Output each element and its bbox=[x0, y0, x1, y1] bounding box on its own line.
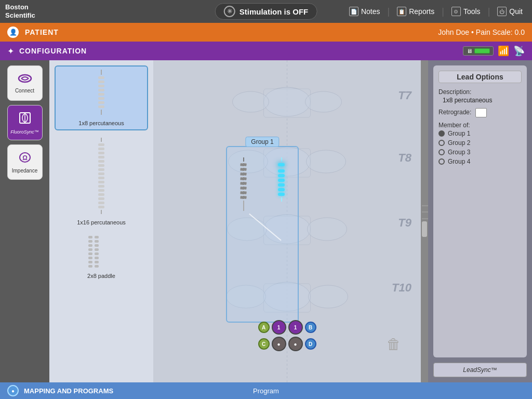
lead-visual-1x8 bbox=[94, 70, 109, 115]
lead-item-2x8paddle[interactable]: 2x8 paddle bbox=[55, 233, 148, 282]
group3-radio-row[interactable]: Group 3 bbox=[438, 149, 522, 156]
patient-info: John Doe • Pain Scale: 0.0 bbox=[438, 28, 525, 36]
svg-point-18 bbox=[308, 218, 347, 241]
signal-icon: 📶 bbox=[498, 45, 509, 57]
left-sidebar: Connect FluoroSync™ Ω Impedance bbox=[0, 60, 49, 382]
group1-radio[interactable] bbox=[438, 130, 445, 137]
vert-t8: T8 bbox=[398, 151, 411, 165]
stimulation-text: Stimulation is OFF bbox=[240, 7, 309, 16]
right-panel: Lead Options Description: 1x8 percutaneo… bbox=[428, 60, 532, 382]
member-of-label: Member of: bbox=[438, 122, 522, 129]
member-of-row: Member of: Group 1 Group 2 Group 3 Group… bbox=[438, 122, 522, 165]
description-row: Description: 1x8 percutaneous bbox=[438, 88, 522, 104]
svg-rect-8 bbox=[264, 89, 311, 117]
group3-radio[interactable] bbox=[438, 149, 445, 155]
connector-1-left[interactable]: 1 bbox=[272, 320, 286, 335]
lead-options-title: Lead Options bbox=[438, 71, 522, 83]
connector-C[interactable]: C bbox=[258, 338, 270, 350]
impedance-label: Impedance bbox=[12, 168, 37, 174]
svg-point-10 bbox=[305, 91, 342, 112]
config-label: CONFIGURATION bbox=[19, 47, 87, 55]
connector-1-right[interactable]: 1 bbox=[288, 320, 303, 335]
lead-item-1x16[interactable]: 1x16 percutaneous bbox=[55, 135, 148, 229]
lead-visual-2x8 bbox=[88, 236, 114, 268]
logo-line2: Scientific bbox=[5, 11, 35, 20]
patient-label: PATIENT bbox=[25, 28, 59, 36]
header: Boston Scientific ✳ Stimulation is OFF 📄… bbox=[0, 0, 532, 23]
quit-button[interactable]: ⏻ Quit bbox=[493, 5, 527, 18]
divider1: | bbox=[388, 6, 390, 17]
battery-icon: 🖥 bbox=[467, 48, 472, 54]
connector-bottom-row: C ● ● D bbox=[258, 337, 316, 351]
svg-point-0 bbox=[19, 75, 31, 82]
lead-label-1x16: 1x16 percutaneous bbox=[77, 219, 126, 225]
config-star-icon: ✦ bbox=[7, 46, 14, 56]
canvas-scrollbar[interactable] bbox=[421, 60, 428, 382]
reports-icon: 📋 bbox=[397, 7, 406, 16]
program-label: Program bbox=[253, 387, 279, 395]
notes-icon: 📄 bbox=[349, 7, 358, 16]
fluorosync-label: FluoroSync™ bbox=[10, 129, 39, 135]
group4-radio-row[interactable]: Group 4 bbox=[438, 158, 522, 165]
wireless-icon: 📡 bbox=[513, 45, 525, 57]
notes-label: Notes bbox=[361, 7, 380, 16]
group4-radio-label: Group 4 bbox=[448, 158, 470, 165]
vert-t10: T10 bbox=[392, 281, 411, 295]
group2-radio-label: Group 2 bbox=[448, 139, 470, 147]
lead-item-1x8[interactable]: 1x8 percutaneous bbox=[55, 65, 148, 130]
retrograde-label: Retrograde: bbox=[438, 109, 471, 116]
logo-line1: Boston bbox=[5, 3, 35, 11]
connector-B[interactable]: B bbox=[305, 322, 316, 333]
config-bar: ✦ CONFIGURATION 🖥 📶 📡 bbox=[0, 42, 532, 60]
scrollbar-thumb[interactable] bbox=[422, 221, 427, 237]
battery-bar bbox=[474, 48, 490, 54]
svg-point-22 bbox=[309, 285, 348, 308]
lead-inactive bbox=[240, 157, 247, 211]
impedance-button[interactable]: Ω Impedance bbox=[7, 144, 43, 180]
stim-icon: ✳ bbox=[224, 6, 235, 17]
description-label: Description: bbox=[438, 88, 522, 96]
impedance-icon: Ω bbox=[18, 151, 32, 166]
patient-icon: 👤 bbox=[7, 26, 19, 38]
trash-icon[interactable]: 🗑 bbox=[387, 336, 405, 356]
vert-t9: T9 bbox=[398, 216, 411, 230]
lead-label-1x8: 1x8 percutaneous bbox=[78, 120, 124, 126]
lead-list: 1x8 percutaneous bbox=[49, 60, 153, 382]
tools-label: Tools bbox=[463, 7, 481, 16]
main: Connect FluoroSync™ Ω Impedance bbox=[0, 60, 532, 382]
connector-A[interactable]: A bbox=[258, 322, 270, 333]
connector-dark-right[interactable]: ● bbox=[288, 337, 303, 351]
tools-icon: ⚙ bbox=[451, 7, 461, 16]
connector-top-row: A 1 1 B bbox=[258, 320, 316, 335]
group1-radio-row[interactable]: Group 1 bbox=[438, 130, 522, 137]
retrograde-row: Retrograde: bbox=[438, 108, 522, 117]
lead-active bbox=[278, 157, 285, 202]
quit-icon: ⏻ bbox=[497, 7, 507, 16]
retrograde-checkbox[interactable] bbox=[475, 108, 487, 117]
connector-dark-left[interactable]: ● bbox=[272, 337, 286, 351]
connector-D[interactable]: D bbox=[305, 338, 316, 350]
fluorosync-button[interactable]: FluoroSync™ bbox=[7, 105, 43, 140]
tools-button[interactable]: ⚙ Tools bbox=[447, 5, 485, 18]
bottom-indicator: ● bbox=[7, 385, 19, 396]
connectors: A 1 1 B C ● ● D bbox=[258, 320, 316, 351]
connect-button[interactable]: Connect bbox=[7, 65, 43, 101]
divider3: | bbox=[488, 6, 490, 17]
reports-button[interactable]: 📋 Reports bbox=[393, 5, 438, 18]
group1-box[interactable]: Group 1 bbox=[226, 146, 299, 323]
svg-text:Ω: Ω bbox=[22, 154, 28, 162]
leadsync-button[interactable]: LeadSync™ bbox=[433, 363, 527, 377]
notes-button[interactable]: 📄 Notes bbox=[345, 5, 384, 18]
group4-radio[interactable] bbox=[438, 158, 445, 165]
connect-icon bbox=[17, 73, 33, 86]
quit-label: Quit bbox=[509, 7, 523, 16]
description-value: 1x8 percutaneous bbox=[443, 97, 522, 104]
lead-options-panel: Lead Options Description: 1x8 percutaneo… bbox=[433, 65, 527, 357]
fluorosync-icon bbox=[18, 111, 32, 128]
logo: Boston Scientific bbox=[5, 3, 35, 19]
canvas-area[interactable]: .vert { fill: rgba(200,210,225,0.6); str… bbox=[153, 60, 421, 382]
group2-radio[interactable] bbox=[438, 140, 445, 146]
group2-radio-row[interactable]: Group 2 bbox=[438, 139, 522, 147]
leadsync-label: LeadSync™ bbox=[463, 366, 497, 374]
mapping-label: MAPPING AND PROGRAMS bbox=[24, 387, 113, 395]
